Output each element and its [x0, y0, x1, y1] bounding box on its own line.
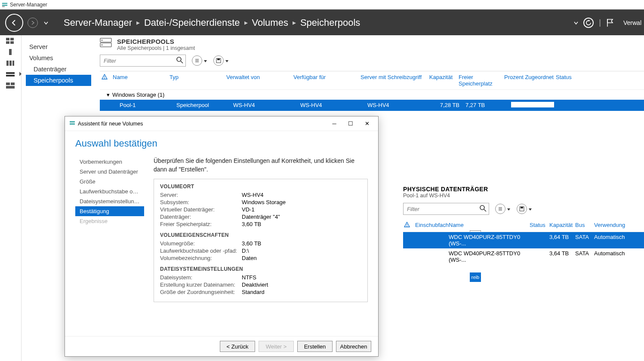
col-bus[interactable]: Bus: [575, 222, 594, 229]
col-verwaltet[interactable]: Verwaltet von: [226, 74, 293, 87]
pool-server: WS-HV4: [367, 102, 435, 109]
col-kapazitaet[interactable]: Kapazität: [428, 74, 453, 87]
rail-other[interactable]: [6, 83, 15, 89]
col-status[interactable]: Status: [556, 74, 590, 87]
section-volumeort: VOLUMEORT: [160, 184, 361, 190]
back-button[interactable]: < Zurück: [220, 341, 255, 352]
svg-rect-26: [217, 58, 220, 60]
crumb-1[interactable]: Datei-/Speicherdienste: [144, 17, 240, 28]
nav-datentraeger[interactable]: Datenträger: [26, 64, 91, 75]
svg-rect-10: [12, 61, 14, 66]
col-warning[interactable]: [404, 222, 415, 229]
rail-all-servers[interactable]: [6, 60, 15, 67]
phys-filter-input[interactable]: [403, 203, 489, 215]
kv-val: Daten: [242, 255, 257, 261]
notifications-button[interactable]: [606, 18, 614, 28]
svg-rect-5: [6, 41, 9, 44]
step-groesse[interactable]: Größe: [75, 177, 144, 187]
pools-filter-input[interactable]: [100, 55, 186, 67]
crumb-3[interactable]: Speicherpools: [300, 17, 360, 28]
pool-frei: 7,27 TB: [459, 102, 511, 109]
warning-icon: [404, 222, 410, 228]
minimize-button[interactable]: ─: [327, 119, 342, 129]
search-icon[interactable]: [176, 57, 183, 65]
pool-row[interactable]: Pool-1 Speicherpool WS-HV4 WS-HV4 WS-HV4…: [100, 100, 644, 111]
cancel-button[interactable]: Abbrechen: [336, 341, 371, 352]
nav-volumes[interactable]: Volumes: [26, 52, 91, 64]
col-verfuegbar[interactable]: Verfügbar für: [293, 74, 361, 87]
col-prozent[interactable]: Prozent Zugeordnet: [504, 74, 556, 87]
menu-verwalten[interactable]: Verwal: [623, 19, 641, 26]
svg-rect-7: [9, 49, 12, 55]
close-button[interactable]: ✕: [359, 119, 375, 129]
view-options[interactable]: [495, 204, 511, 214]
svg-rect-0: [2, 3, 7, 4]
col-name[interactable]: Name: [113, 74, 169, 87]
forward-button[interactable]: [28, 18, 38, 28]
search-icon[interactable]: [480, 205, 487, 214]
refresh-button[interactable]: [583, 18, 594, 28]
col-typ[interactable]: Typ: [169, 74, 226, 87]
create-button[interactable]: Erstellen: [297, 341, 333, 352]
step-vorbemerkungen[interactable]: Vorbemerkungen: [75, 157, 144, 167]
step-server[interactable]: Server und Datenträger: [75, 167, 144, 177]
list-icon: [192, 55, 202, 66]
section-dateisystem: DATEISYSTEMEINSTELLUNGEN: [160, 266, 361, 272]
chevron-down-icon: [507, 208, 511, 211]
kv-key: Volumebezeichnung:: [160, 255, 242, 261]
col-status[interactable]: Status: [530, 222, 549, 229]
kv-row: Subsystem:Windows Storage: [160, 199, 361, 206]
arrow-left-icon: [10, 19, 18, 27]
phys-filterbar: [403, 203, 644, 215]
col-slot[interactable]: Einschubfach: [415, 222, 449, 229]
chevron-down-icon: [528, 208, 532, 211]
col-warning[interactable]: [102, 74, 113, 87]
physical-disks-panel: PHYSISCHE DATENTRÄGER Pool-1 auf WS-HV4 …: [403, 186, 644, 265]
breadcrumb-sep: ▸: [293, 18, 296, 27]
col-use[interactable]: Verwendung: [594, 222, 633, 229]
rail-dashboard[interactable]: [6, 38, 15, 45]
rail-file-storage[interactable]: [6, 71, 15, 78]
back-button[interactable]: [5, 14, 23, 32]
svg-point-18: [102, 40, 103, 41]
phys-row[interactable]: WDC WD40PURZ-85TTDY0 (WS-... 3,64 TB SAT…: [403, 248, 644, 265]
pools-group[interactable]: ▾Windows Storage (1): [100, 90, 644, 100]
servers-icon: [6, 60, 15, 66]
grid-icon: [6, 83, 15, 89]
svg-line-30: [484, 209, 486, 211]
header-dropdown[interactable]: [574, 19, 578, 26]
view-options[interactable]: [192, 55, 207, 66]
col-kap[interactable]: Kapazität: [549, 222, 575, 229]
step-laufwerk[interactable]: Laufwerkbuchstabe oder...: [75, 187, 144, 196]
pools-filterbar: [100, 55, 644, 67]
rail-local-server[interactable]: [6, 49, 15, 56]
step-dateisystem[interactable]: Dateisystemeinstellungen: [75, 196, 144, 206]
pool-verwaltet: WS-HV4: [233, 102, 300, 109]
kv-val: NTFS: [242, 274, 256, 281]
step-bestaetigung[interactable]: Bestätigung: [75, 206, 144, 216]
kv-row: Dateisystem:NTFS: [160, 274, 361, 281]
kv-key: Datenträger:: [160, 214, 242, 220]
storage-pool-icon: [100, 38, 112, 47]
kv-val: Standard: [242, 289, 265, 295]
save-options[interactable]: [213, 55, 229, 66]
disk-bus: SATA: [575, 250, 594, 263]
history-dropdown[interactable]: [44, 19, 48, 27]
header-bar: Server-Manager ▸ Datei-/Speicherdienste …: [0, 9, 644, 35]
crumb-0[interactable]: Server-Manager: [64, 17, 132, 28]
step-ergebnisse: Ergebnisse: [75, 216, 144, 226]
disk-name: WDC WD40PURZ-85TTDY0 (WS-...: [449, 234, 530, 247]
save-options[interactable]: [517, 204, 532, 214]
maximize-button[interactable]: ☐: [343, 119, 358, 129]
col-server[interactable]: Server mit Schreibzugriff: [361, 74, 428, 87]
svg-point-28: [104, 78, 105, 79]
col-frei[interactable]: Freier Speicherplatz: [453, 74, 504, 87]
header-right: | Verwal: [574, 18, 641, 28]
nav-speicherpools[interactable]: Speicherpools: [26, 75, 91, 86]
disk-icon: [213, 55, 224, 66]
col-name[interactable]: Name: [449, 222, 530, 229]
phys-row[interactable]: WDC WD40PURZ-85TTDY0 (WS-... 3,64 TB SAT…: [403, 232, 644, 248]
crumb-2[interactable]: Volumes: [252, 17, 288, 28]
svg-rect-13: [6, 83, 10, 85]
nav-server[interactable]: Server: [26, 41, 91, 52]
